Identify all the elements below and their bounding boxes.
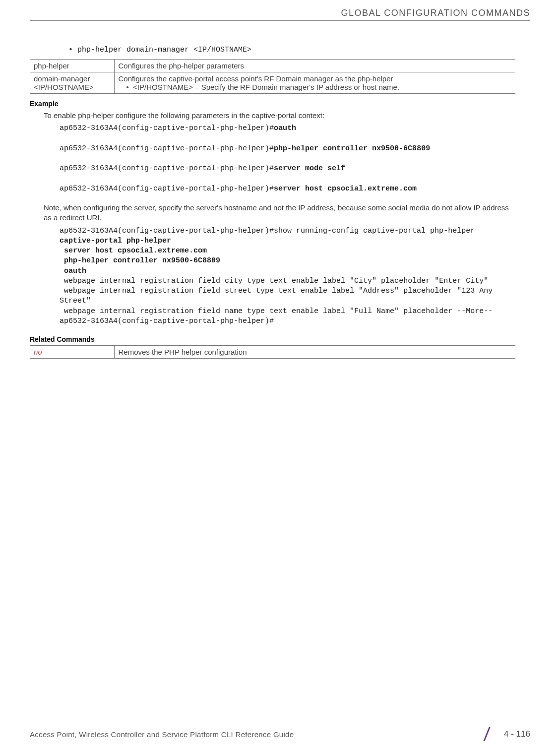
- related-desc: Removes the PHP helper configuration: [114, 346, 515, 359]
- code-plain: ap6532-3163A4(config-captive-portal-php-…: [60, 227, 475, 235]
- header-divider: [30, 20, 530, 21]
- related-key: no: [30, 346, 114, 359]
- param-key: domain-manager <IP/HOSTNAME>: [30, 72, 114, 94]
- example-intro: To enable php-helper configure the follo…: [44, 111, 515, 121]
- footer-right: 4 - 116: [479, 726, 530, 742]
- param-desc: Configures the php-helper parameters: [114, 60, 515, 72]
- page-number: 4 - 116: [504, 729, 530, 739]
- running-title: GLOBAL CONFIGURATION COMMANDS: [341, 8, 530, 18]
- code-plain: ap6532-3163A4(config-captive-portal-php-…: [60, 185, 274, 193]
- param-bullet: • <IP/HOSTNAME> – Specify the RF Domain …: [119, 83, 512, 91]
- running-header: GLOBAL CONFIGURATION COMMANDS: [0, 0, 560, 20]
- code-bold: captive-portal php-helper server host cp…: [60, 237, 220, 275]
- code-block: ap6532-3163A4(config-captive-portal-php-…: [60, 124, 515, 194]
- param-key: php-helper: [30, 60, 114, 72]
- table-row: php-helper Configures the php-helper par…: [30, 60, 515, 72]
- related-heading: Related Commands: [30, 335, 515, 343]
- param-desc-text: Configures the captive-portal access poi…: [119, 74, 393, 83]
- param-bullet-text: <IP/HOSTNAME> – Specify the RF Domain ma…: [133, 83, 399, 91]
- code-plain: webpage internal registration field city…: [60, 277, 497, 325]
- page-footer: Access Point, Wireless Controller and Se…: [0, 726, 560, 742]
- code-bold: server host cpsocial.extreme.com: [274, 185, 417, 193]
- parameter-table: php-helper Configures the php-helper par…: [30, 59, 515, 94]
- code-bold: oauth: [274, 124, 296, 132]
- code-plain: ap6532-3163A4(config-captive-portal-php-…: [60, 124, 274, 132]
- slash-icon: [479, 726, 495, 742]
- code-bold: server mode self: [274, 164, 345, 173]
- code-plain: ap6532-3163A4(config-captive-portal-php-…: [60, 144, 274, 153]
- example-note: Note, when configuring the server, speci…: [44, 203, 515, 223]
- code-block: ap6532-3163A4(config-captive-portal-php-…: [60, 226, 515, 327]
- related-commands-table: no Removes the PHP helper configuration: [30, 345, 515, 359]
- code-bold: php-helper controller nx9500-6C8809: [274, 144, 430, 153]
- param-desc: Configures the captive-portal access poi…: [114, 72, 515, 94]
- syntax-line: • php-helper domain-manager <IP/HOSTNAME…: [68, 46, 515, 54]
- footer-title: Access Point, Wireless Controller and Se…: [30, 730, 294, 739]
- page-content: • php-helper domain-manager <IP/HOSTNAME…: [0, 46, 560, 359]
- table-row: domain-manager <IP/HOSTNAME> Configures …: [30, 72, 515, 94]
- code-plain: ap6532-3163A4(config-captive-portal-php-…: [60, 164, 274, 173]
- table-row: no Removes the PHP helper configuration: [30, 346, 515, 359]
- example-heading: Example: [30, 100, 515, 108]
